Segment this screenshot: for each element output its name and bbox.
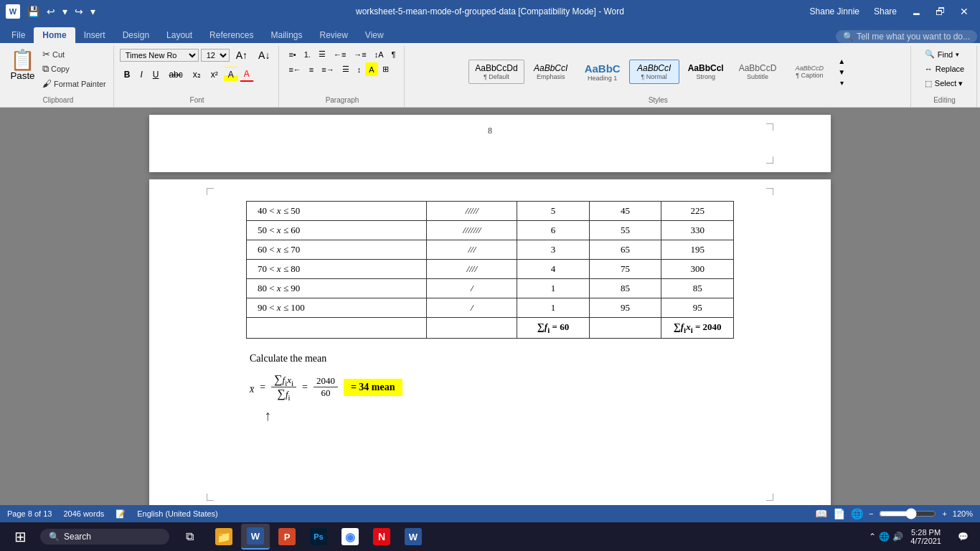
find-button[interactable]: 🔍 Find ▾ bbox=[920, 47, 969, 61]
format-painter-button[interactable]: 🖌 Format Painter bbox=[39, 77, 109, 90]
read-mode-button[interactable]: 📖 bbox=[815, 508, 827, 519]
align-center[interactable]: ≡ bbox=[306, 62, 317, 76]
cut-button[interactable]: ✂ Cut bbox=[39, 47, 109, 61]
multilevel-button[interactable]: ☰ bbox=[315, 47, 329, 61]
increase-indent[interactable]: →≡ bbox=[350, 47, 369, 61]
tab-mailings[interactable]: Mailings bbox=[262, 27, 311, 43]
table-body: 40 < x ≤ 50 ///// 5 45 225 50 < x ≤ 60 /… bbox=[247, 202, 734, 339]
corner-tl bbox=[207, 188, 214, 195]
style-caption[interactable]: AaBbCcD ¶ Caption bbox=[784, 61, 834, 83]
taskbar-app-word[interactable]: W bbox=[241, 524, 270, 550]
replace-button[interactable]: ↔ Replace bbox=[920, 62, 969, 75]
styles-scroll-up[interactable]: ▲ bbox=[836, 57, 847, 66]
fx-3: 195 bbox=[661, 240, 734, 260]
x-bar-symbol: _ x bbox=[250, 380, 254, 395]
font-size-select[interactable]: 12 bbox=[201, 49, 230, 62]
print-layout-button[interactable]: 📄 bbox=[833, 508, 845, 519]
decrease-font-size[interactable]: A↓ bbox=[254, 47, 274, 63]
tab-design[interactable]: Design bbox=[114, 27, 158, 43]
show-hide-button[interactable]: ¶ bbox=[388, 47, 400, 61]
taskbar-app-word2[interactable]: W bbox=[399, 524, 428, 550]
find-icon: 🔍 bbox=[925, 50, 935, 59]
taskbar-app-photoshop[interactable]: Ps bbox=[304, 524, 333, 550]
tab-file[interactable]: File bbox=[3, 27, 34, 43]
minimize-button[interactable]: 🗕 bbox=[905, 4, 927, 19]
tell-me-box[interactable]: 🔍 Tell me what you want to do... bbox=[836, 30, 977, 43]
paste-icon: 📋 bbox=[10, 50, 35, 70]
taskbar-app-chrome[interactable]: ◉ bbox=[336, 524, 364, 550]
title-bar: W 💾 ↩ ▾ ↪ ▾ worksheet-5-mean-mode-of-gro… bbox=[0, 0, 980, 23]
style-heading1[interactable]: AaBbC Heading 1 bbox=[578, 59, 628, 85]
close-button[interactable]: ✕ bbox=[954, 4, 974, 19]
clock[interactable]: 5:28 PM 4/7/2021 bbox=[906, 528, 946, 545]
decrease-indent[interactable]: ←≡ bbox=[330, 47, 349, 61]
style-subtitle[interactable]: AaBbCcD Subtitle bbox=[732, 60, 783, 84]
sort-button[interactable]: ↕A bbox=[371, 47, 387, 61]
style-default[interactable]: AaBbCcDd ¶ Default bbox=[468, 60, 524, 84]
customize-quick-access[interactable]: ▾ bbox=[88, 4, 98, 19]
taskbar-app-netflix[interactable]: N bbox=[367, 524, 396, 550]
align-left[interactable]: ≡← bbox=[285, 62, 304, 76]
range-2: 50 < x ≤ 60 bbox=[247, 221, 427, 240]
highlight-button[interactable]: A bbox=[224, 67, 238, 82]
increase-font-size[interactable]: A↑ bbox=[232, 47, 252, 63]
undo-dropdown[interactable]: ▾ bbox=[60, 4, 70, 19]
strikethrough-button[interactable]: abc bbox=[164, 67, 187, 82]
chrome-icon: ◉ bbox=[341, 528, 359, 545]
notification-button[interactable]: 💬 bbox=[948, 522, 977, 551]
share-button[interactable]: Share bbox=[868, 5, 903, 18]
bold-button[interactable]: B bbox=[120, 67, 135, 82]
page-number-top: 8 bbox=[488, 126, 492, 136]
tally-3: /// bbox=[427, 240, 517, 260]
undo-button[interactable]: ↩ bbox=[44, 4, 58, 19]
save-button[interactable]: 💾 bbox=[24, 4, 42, 19]
network-icon: 🌐 bbox=[879, 532, 890, 542]
bullets-button[interactable]: ≡• bbox=[285, 47, 299, 61]
web-layout-button[interactable]: 🌐 bbox=[851, 508, 863, 519]
italic-button[interactable]: I bbox=[136, 67, 146, 82]
task-view-button[interactable]: ⧉ bbox=[172, 522, 207, 551]
styles-group: AaBbCcDd ¶ Default AaBbCcI Emphasis AaBb… bbox=[406, 46, 911, 107]
taskbar-app-powerpoint[interactable]: P bbox=[273, 524, 301, 550]
superscript-button[interactable]: x² bbox=[207, 67, 222, 82]
font-color-button[interactable]: A bbox=[240, 67, 254, 82]
style-strong[interactable]: AaBbCcl Strong bbox=[681, 60, 731, 84]
arrow-down: ↑ bbox=[264, 408, 788, 424]
taskbar-app-explorer[interactable]: 📁 bbox=[209, 524, 238, 550]
line-spacing[interactable]: ↕ bbox=[354, 62, 365, 76]
tab-view[interactable]: View bbox=[357, 27, 392, 43]
zoom-in-icon: + bbox=[942, 509, 946, 518]
styles-more[interactable]: ▾ bbox=[836, 78, 847, 88]
justify[interactable]: ☰ bbox=[339, 62, 353, 76]
zoom-slider[interactable] bbox=[879, 508, 936, 519]
start-button[interactable]: ⊞ bbox=[3, 522, 37, 551]
borders-button[interactable]: ⊞ bbox=[379, 62, 392, 76]
tab-layout[interactable]: Layout bbox=[158, 27, 201, 43]
select-button[interactable]: ⬚ Select ▾ bbox=[920, 77, 969, 90]
maximize-button[interactable]: 🗗 bbox=[930, 4, 951, 19]
redo-button[interactable]: ↪ bbox=[72, 4, 86, 19]
paste-button[interactable]: 📋 Paste bbox=[7, 47, 38, 84]
numerator: 2040 bbox=[314, 375, 338, 387]
tab-references[interactable]: References bbox=[201, 27, 262, 43]
styles-scroll-down[interactable]: ▼ bbox=[836, 67, 847, 77]
tab-insert[interactable]: Insert bbox=[75, 27, 114, 43]
tab-home[interactable]: Home bbox=[34, 27, 75, 43]
underline-button[interactable]: U bbox=[149, 67, 164, 82]
taskbar-search[interactable]: 🔍 Search bbox=[40, 529, 169, 545]
proofing-icon: 📝 bbox=[116, 509, 126, 519]
font-name-select[interactable]: Times New Ro bbox=[120, 49, 199, 62]
mid-3: 65 bbox=[589, 240, 661, 260]
subscript-button[interactable]: x₂ bbox=[189, 67, 205, 82]
corner-bl bbox=[207, 494, 214, 501]
shading-button[interactable]: A bbox=[365, 62, 377, 76]
numbering-button[interactable]: 1. bbox=[301, 47, 314, 61]
style-normal[interactable]: AaBbCcI ¶ Normal bbox=[629, 60, 679, 84]
chevron-up-icon[interactable]: ⌃ bbox=[869, 532, 876, 542]
freq-5: 1 bbox=[517, 279, 590, 298]
align-right[interactable]: ≡→ bbox=[318, 62, 337, 76]
style-emphasis[interactable]: AaBbCcI Emphasis bbox=[526, 60, 576, 84]
copy-button[interactable]: ⧉ Copy bbox=[39, 62, 109, 76]
ribbon-content: 📋 Paste ✂ Cut ⧉ Copy 🖌 Format Painter Cl… bbox=[0, 43, 980, 108]
tab-review[interactable]: Review bbox=[311, 27, 356, 43]
